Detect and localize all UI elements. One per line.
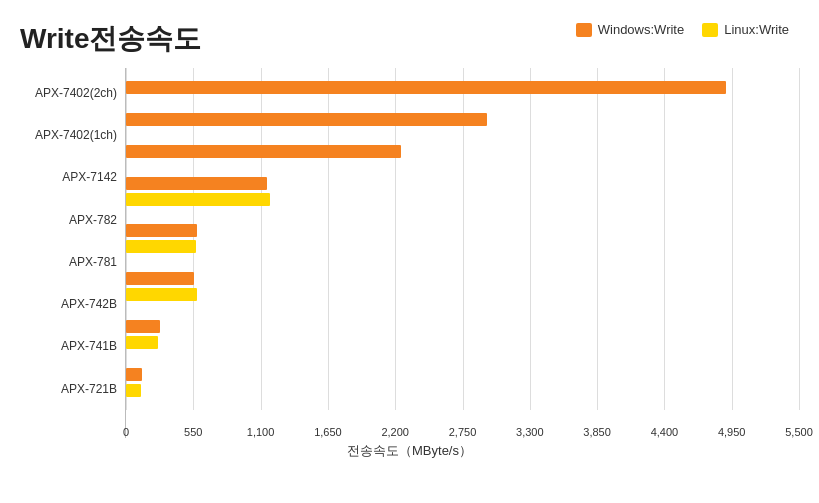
bar-group <box>126 81 799 95</box>
y-label: APX-742B <box>20 297 125 311</box>
bars-area <box>126 68 799 410</box>
bar-row-windows <box>126 367 799 381</box>
x-tick-label: 0 <box>123 426 129 438</box>
bar-row-windows <box>126 319 799 333</box>
bar-windows <box>126 272 194 285</box>
legend-windows: Windows:Write <box>576 22 684 37</box>
bar-group <box>126 144 799 158</box>
grid-line <box>799 68 800 410</box>
bar-row-windows <box>126 144 799 158</box>
y-label: APX-741B <box>20 339 125 353</box>
x-tick-label: 550 <box>184 426 202 438</box>
bar-linux <box>126 240 196 253</box>
x-tick-label: 4,950 <box>718 426 746 438</box>
chart-area: APX-7402(2ch)APX-7402(1ch)APX-7142APX-78… <box>20 68 799 438</box>
bar-row-windows <box>126 113 799 127</box>
bar-group <box>126 272 799 302</box>
bar-linux <box>126 288 197 301</box>
legend-windows-color <box>576 23 592 37</box>
bar-row-windows <box>126 224 799 238</box>
bar-row-linux <box>126 288 799 302</box>
bar-row-linux <box>126 335 799 349</box>
legend-windows-label: Windows:Write <box>598 22 684 37</box>
y-label: APX-7402(1ch) <box>20 128 125 142</box>
x-tick-label: 2,200 <box>381 426 409 438</box>
legend-linux-label: Linux:Write <box>724 22 789 37</box>
x-tick-label: 1,650 <box>314 426 342 438</box>
bar-windows <box>126 113 487 126</box>
bar-row-linux <box>126 240 799 254</box>
bar-row-linux <box>126 192 799 206</box>
bar-windows <box>126 177 267 190</box>
x-axis-title: 전송속도（MByte/s） <box>20 442 799 460</box>
legend-linux-color <box>702 23 718 37</box>
x-tick-label: 3,850 <box>583 426 611 438</box>
bar-linux <box>126 193 270 206</box>
bar-row-windows <box>126 272 799 286</box>
bar-linux <box>126 336 158 349</box>
bar-group <box>126 113 799 127</box>
bar-row-windows <box>126 176 799 190</box>
bar-group <box>126 367 799 397</box>
bar-row-linux <box>126 383 799 397</box>
y-label: APX-782 <box>20 213 125 227</box>
bar-windows <box>126 368 142 381</box>
y-labels: APX-7402(2ch)APX-7402(1ch)APX-7142APX-78… <box>20 68 125 438</box>
x-tick-label: 1,100 <box>247 426 275 438</box>
x-tick-label: 5,500 <box>785 426 813 438</box>
bar-windows <box>126 224 197 237</box>
y-label: APX-781 <box>20 255 125 269</box>
bar-row-windows <box>126 81 799 95</box>
bar-group <box>126 319 799 349</box>
bar-group <box>126 224 799 254</box>
x-tick-label: 2,750 <box>449 426 477 438</box>
bar-windows <box>126 320 160 333</box>
bar-windows <box>126 145 401 158</box>
y-label: APX-7402(2ch) <box>20 86 125 100</box>
legend: Windows:Write Linux:Write <box>576 22 789 37</box>
x-tick-label: 3,300 <box>516 426 544 438</box>
x-tick-label: 4,400 <box>651 426 679 438</box>
y-label: APX-721B <box>20 382 125 396</box>
x-axis-labels: 05501,1001,6502,2002,7503,3003,8504,4004… <box>126 410 799 438</box>
bar-group <box>126 176 799 206</box>
chart-container: Write전송속도 Windows:Write Linux:Write APX-… <box>0 0 819 503</box>
plot-area: 05501,1001,6502,2002,7503,3003,8504,4004… <box>125 68 799 438</box>
legend-linux: Linux:Write <box>702 22 789 37</box>
y-label: APX-7142 <box>20 170 125 184</box>
bar-windows <box>126 81 726 94</box>
bar-linux <box>126 384 141 397</box>
